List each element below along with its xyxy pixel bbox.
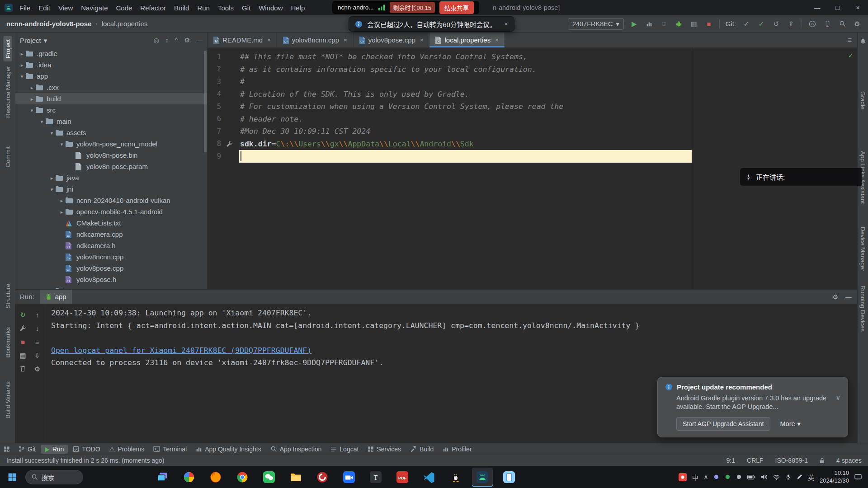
tree-item-ndkcamera-h[interactable]: Hndkcamera.h bbox=[15, 240, 207, 251]
close-tab-icon[interactable]: × bbox=[344, 37, 347, 43]
tool-window-build[interactable]: Build bbox=[406, 445, 438, 454]
close-tab-icon[interactable]: × bbox=[420, 37, 424, 43]
tool-window-app-quality-insights[interactable]: App Quality Insights bbox=[192, 445, 265, 454]
rerun-button[interactable]: ↻ bbox=[17, 308, 29, 321]
chevron-down-icon[interactable]: ▾ bbox=[18, 74, 26, 79]
close-tab-icon[interactable]: × bbox=[495, 37, 499, 43]
task-view-icon[interactable] bbox=[152, 468, 173, 487]
file-explorer-icon[interactable] bbox=[285, 468, 306, 487]
tool-window-terminal[interactable]: Terminal bbox=[149, 445, 191, 454]
tree-item-assets[interactable]: ▾assets bbox=[15, 127, 207, 138]
menu-file[interactable]: File bbox=[15, 1, 34, 15]
tool-window-switcher-icon[interactable] bbox=[4, 446, 10, 452]
chevron-down-icon[interactable]: ▾ bbox=[38, 119, 46, 124]
stripe-project[interactable]: Project bbox=[3, 36, 12, 61]
menu-code[interactable]: Code bbox=[112, 1, 136, 15]
tool-window-todo[interactable]: TODO bbox=[69, 445, 104, 454]
chevron-down-icon[interactable]: ▾ bbox=[48, 130, 56, 136]
chevron-right-icon[interactable]: ▸ bbox=[28, 96, 36, 102]
chevron-down-icon[interactable]: ▾ bbox=[28, 108, 36, 113]
music-icon[interactable] bbox=[312, 468, 333, 487]
chevron-right-icon[interactable]: ▸ bbox=[18, 62, 26, 68]
tree-item-yolov8n-pose-bin[interactable]: yolov8n-pose.bin bbox=[15, 150, 207, 161]
tree-item-opencv-mobile-4-5-1-android[interactable]: ▸opencv-mobile-4.5.1-android bbox=[15, 206, 207, 217]
end-share-button[interactable]: 结束共享 bbox=[439, 1, 474, 14]
toast-close-button[interactable]: × bbox=[504, 20, 508, 28]
menu-navigate[interactable]: Navigate bbox=[77, 1, 112, 15]
tree-item-src[interactable]: ▾src bbox=[15, 104, 207, 116]
project-view-selector[interactable]: Project ▾ bbox=[20, 37, 47, 44]
tree-item-build[interactable]: ▸build bbox=[15, 93, 207, 104]
edit-configuration-button[interactable] bbox=[17, 321, 29, 335]
file-encoding[interactable]: ISO-8859-1 bbox=[775, 457, 808, 464]
chevron-right-icon[interactable]: ▸ bbox=[48, 175, 56, 181]
stripe-resource-manager[interactable]: Resource Manager bbox=[4, 66, 11, 118]
menu-tools[interactable]: Tools bbox=[214, 1, 238, 15]
prev-occurrence-button[interactable]: ↑ bbox=[31, 308, 44, 321]
wrench-icon[interactable] bbox=[224, 141, 235, 147]
git-push-button[interactable]: ⇧ bbox=[787, 19, 796, 28]
editor-line-5[interactable]: 5# For customization when using a Versio… bbox=[208, 100, 857, 113]
photos-icon[interactable] bbox=[179, 468, 199, 487]
run-settings-button[interactable]: ⚙ bbox=[832, 293, 838, 300]
tool-window-git[interactable]: Git bbox=[14, 445, 40, 454]
inspections-status-icon[interactable]: ✓ bbox=[848, 52, 854, 59]
tree-scrollbar[interactable] bbox=[204, 51, 207, 152]
more-run-options-button[interactable]: ≡ bbox=[660, 19, 669, 28]
editor-line-6[interactable]: 6# header note. bbox=[208, 113, 857, 126]
tab-local-properties[interactable]: local.properties× bbox=[429, 33, 505, 47]
editor-line-8[interactable]: 8sdk.dir=C\:\\Users\\gx\\AppData\\Local\… bbox=[208, 138, 857, 150]
network-icon[interactable] bbox=[773, 474, 780, 480]
pen-icon[interactable] bbox=[797, 474, 802, 480]
tray-icon-2[interactable] bbox=[725, 474, 731, 480]
collapse-notification-icon[interactable]: ∨ bbox=[835, 394, 840, 412]
console-settings-button[interactable]: ⚙ bbox=[31, 362, 44, 375]
expand-all-button[interactable]: ↕ bbox=[165, 37, 169, 44]
editor-line-1[interactable]: 1## This file must *NOT* be checked into… bbox=[208, 51, 857, 63]
stripe-device-manager[interactable]: Device Manager bbox=[859, 227, 866, 271]
chevron-right-icon[interactable]: ▸ bbox=[48, 288, 56, 290]
tree-item-java[interactable]: ▸java bbox=[15, 172, 207, 183]
notification-center-icon[interactable] bbox=[854, 474, 862, 480]
tree-item-main[interactable]: ▾main bbox=[15, 116, 207, 127]
git-update-button[interactable]: ✓ bbox=[757, 19, 766, 28]
select-opened-file-button[interactable]: ◎ bbox=[154, 37, 159, 44]
stripe-running-devices[interactable]: Running Devices bbox=[859, 286, 866, 332]
tray-icon-1[interactable] bbox=[713, 474, 719, 480]
start-button[interactable] bbox=[2, 468, 23, 487]
tree-item-gradle[interactable]: ▸.gradle bbox=[15, 48, 207, 59]
git-commit-button[interactable]: ✓ bbox=[742, 19, 751, 28]
tree-item-ndkcamera-cpp[interactable]: C+ndkcamera.cpp bbox=[15, 229, 207, 240]
battery-icon[interactable] bbox=[747, 475, 755, 479]
tab-list-menu-icon[interactable]: ≡ bbox=[842, 33, 857, 47]
tool-window-app-inspection[interactable]: App Inspection bbox=[266, 445, 326, 454]
chevron-down-icon[interactable]: ▾ bbox=[48, 187, 56, 192]
tree-item-yolov8n-pose-param[interactable]: yolov8n-pose.param bbox=[15, 161, 207, 172]
git-rollback-button[interactable]: ↺ bbox=[772, 19, 781, 28]
profiler-button[interactable] bbox=[645, 19, 654, 28]
wechat-icon[interactable] bbox=[259, 468, 279, 487]
microphone-icon[interactable] bbox=[785, 474, 791, 480]
minimize-button[interactable]: — bbox=[807, 0, 827, 15]
vscode-icon[interactable] bbox=[419, 468, 439, 487]
close-button[interactable]: × bbox=[848, 0, 868, 15]
line-separator[interactable]: CRLF bbox=[747, 457, 764, 464]
tree-item-yolov8pose-h[interactable]: Hyolov8pose.h bbox=[15, 274, 207, 285]
tree-item-partial[interactable]: ▸ bbox=[15, 285, 207, 289]
taskbar-clock[interactable]: 10:10 2024/12/30 bbox=[820, 469, 849, 484]
tree-item-yolov8pose-cpp[interactable]: C+yolov8pose.cpp bbox=[15, 263, 207, 274]
menu-run[interactable]: Run bbox=[193, 1, 214, 15]
logcat-link[interactable]: Open logcat panel for Xiaomi 2407FRK8EC … bbox=[51, 346, 311, 355]
tree-item-idea[interactable]: ▸.idea bbox=[15, 59, 207, 70]
more-button[interactable]: More ▾ bbox=[780, 420, 801, 427]
emulator-icon[interactable] bbox=[499, 468, 519, 487]
stop-process-button[interactable]: ■ bbox=[17, 335, 29, 348]
tray-expand-icon[interactable]: ∧ bbox=[704, 474, 708, 480]
tray-icon-3[interactable] bbox=[736, 474, 742, 480]
menu-window[interactable]: Window bbox=[255, 1, 287, 15]
search-everywhere-button[interactable] bbox=[838, 19, 847, 28]
layout-button[interactable]: ▤ bbox=[17, 348, 29, 362]
maximize-button[interactable]: □ bbox=[827, 0, 848, 15]
stripe-gradle[interactable]: Gradle bbox=[859, 91, 866, 110]
hide-panel-button[interactable]: — bbox=[196, 37, 203, 44]
